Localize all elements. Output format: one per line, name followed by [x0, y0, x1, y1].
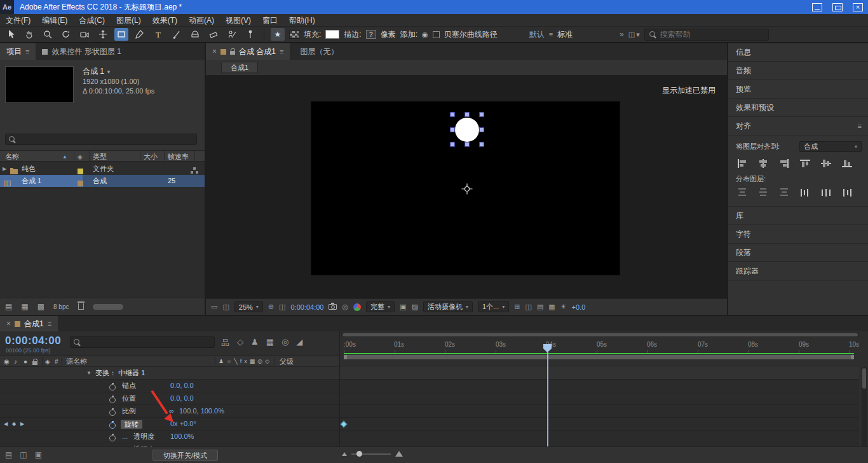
- align-right-icon[interactable]: [776, 158, 791, 169]
- exposure-value[interactable]: +0.0: [572, 303, 586, 311]
- menu-layer[interactable]: 图层(L): [111, 14, 147, 27]
- snapshot-icon[interactable]: [329, 304, 337, 310]
- menu-help[interactable]: 帮助(H): [283, 14, 321, 27]
- composition-viewport[interactable]: 显示加速已禁用: [206, 75, 727, 298]
- hide-shy-icon[interactable]: ♟: [251, 337, 259, 349]
- camera-tool[interactable]: [78, 28, 92, 41]
- track-row[interactable]: [340, 405, 859, 418]
- align-v-center-icon[interactable]: [818, 158, 833, 169]
- distribute-h-center-icon[interactable]: [818, 186, 833, 198]
- distribute-bottom-icon[interactable]: [776, 186, 791, 198]
- current-time-display[interactable]: 0:00:04:00: [5, 335, 61, 347]
- shape-star-icon[interactable]: ★: [271, 28, 285, 41]
- project-row-solids[interactable]: ▶ 纯色 文件夹: [0, 163, 205, 175]
- workspace-standard[interactable]: 标准: [557, 29, 573, 40]
- label-swatch[interactable]: [78, 178, 83, 190]
- property-row-rotation[interactable]: ◀ ◆ ▶ 旋转 0x +0.0°: [0, 418, 339, 431]
- track-row[interactable]: [340, 418, 859, 431]
- new-composition-icon[interactable]: ▩: [37, 302, 44, 311]
- timeline-zoom-control[interactable]: [342, 451, 403, 457]
- bit-depth-label[interactable]: 8 bpc: [53, 303, 69, 310]
- property-row-position[interactable]: 位置 0.0, 0.0: [0, 392, 339, 405]
- align-bottom-icon[interactable]: [839, 158, 854, 169]
- comp-breadcrumb-tab[interactable]: 合成1: [221, 62, 258, 73]
- zoom-slider-thumb[interactable]: [356, 451, 362, 457]
- main-viewer-icon[interactable]: ◫: [222, 303, 229, 311]
- toggle-switches-modes-button[interactable]: 切换开关/模式: [153, 450, 218, 461]
- help-search-field[interactable]: [644, 29, 769, 41]
- align-h-center-icon[interactable]: [756, 158, 770, 169]
- horizontal-scrollbar[interactable]: [93, 304, 123, 310]
- menu-edit[interactable]: 编辑(E): [36, 14, 73, 27]
- menu-window[interactable]: 窗口: [257, 14, 283, 27]
- distribute-left-icon[interactable]: [797, 186, 812, 198]
- menu-view[interactable]: 视图(V): [220, 14, 257, 27]
- selection-handle[interactable]: [450, 112, 455, 117]
- lock-icon[interactable]: [230, 51, 235, 55]
- link-icon[interactable]: ∞: [169, 405, 174, 417]
- resolution-select[interactable]: 完整▾: [366, 301, 395, 312]
- selection-handle[interactable]: [479, 112, 484, 117]
- comp-name-row[interactable]: 合成 1 ▼: [83, 67, 154, 77]
- fill-color-swatch[interactable]: [325, 30, 339, 39]
- hand-tool[interactable]: [22, 28, 36, 41]
- workspace-switcher-icon[interactable]: ◫▾: [628, 31, 640, 39]
- close-button[interactable]: ×: [848, 0, 868, 14]
- expand-layer-switches-icon[interactable]: ▤: [5, 450, 12, 459]
- panel-info[interactable]: 信息: [728, 43, 868, 62]
- stroke-color-swatch[interactable]: ?: [366, 30, 376, 39]
- panel-libraries[interactable]: 库: [728, 207, 868, 225]
- prev-keyframe-icon[interactable]: ◀: [4, 418, 8, 430]
- column-parent[interactable]: 父级: [280, 356, 294, 367]
- project-row-comp1[interactable]: 合成 1 合成 25: [0, 175, 205, 187]
- flowchart-icon[interactable]: ▦: [548, 303, 555, 311]
- frame-blend-icon[interactable]: ▦: [266, 337, 274, 349]
- delete-icon[interactable]: [78, 303, 84, 310]
- workspace-default[interactable]: 默认: [529, 29, 545, 40]
- tab-effect-controls[interactable]: 效果控件 形状图层 1: [36, 43, 127, 60]
- pan-behind-tool[interactable]: [96, 28, 110, 41]
- graph-editor-icon[interactable]: ◢: [296, 337, 302, 349]
- align-left-icon[interactable]: [735, 158, 749, 169]
- eraser-tool[interactable]: [207, 28, 220, 41]
- channel-select-icon[interactable]: [353, 303, 361, 311]
- fast-previews-icon[interactable]: ◫: [525, 303, 531, 311]
- panel-tracker[interactable]: 跟踪器: [728, 262, 868, 280]
- distribute-top-icon[interactable]: [735, 186, 749, 198]
- timeline-nav-icon[interactable]: ▤: [537, 303, 543, 311]
- grid-guides-icon[interactable]: ⊕: [268, 303, 274, 311]
- zoom-in-icon[interactable]: [395, 451, 403, 457]
- track-row[interactable]: [340, 367, 859, 380]
- track-row[interactable]: [340, 392, 859, 405]
- minimize-button[interactable]: [807, 0, 827, 14]
- pixel-aspect-icon[interactable]: ⊞: [514, 303, 520, 311]
- column-source-name[interactable]: 源名称: [66, 356, 87, 367]
- distribute-v-center-icon[interactable]: [756, 186, 770, 198]
- expand-transfer-controls-icon[interactable]: ◫: [20, 450, 27, 459]
- workspace-menu-icon[interactable]: ≡: [549, 31, 553, 38]
- close-tab-icon[interactable]: ×: [6, 319, 11, 328]
- disclosure-icon[interactable]: ▼: [86, 367, 92, 379]
- expand-in-out-icon[interactable]: ▣: [35, 450, 42, 459]
- roto-brush-tool[interactable]: [225, 28, 239, 41]
- menu-animation[interactable]: 动画(A): [183, 14, 220, 27]
- property-row-scale[interactable]: 比例 ∞ 100.0, 100.0%: [0, 405, 339, 418]
- transparency-checkerboard-icon[interactable]: [289, 31, 299, 39]
- type-tool[interactable]: T: [151, 28, 165, 41]
- menu-effect[interactable]: 效果(T): [147, 14, 183, 27]
- mini-flowchart-icon[interactable]: 品: [221, 337, 229, 349]
- close-tab-icon[interactable]: ×: [212, 47, 217, 56]
- distribute-right-icon[interactable]: [839, 186, 854, 198]
- preview-time-display[interactable]: 0:00:04:00: [290, 303, 323, 311]
- clone-stamp-tool[interactable]: [188, 28, 202, 41]
- anchor-point-indicator[interactable]: [461, 183, 473, 197]
- zoom-out-icon[interactable]: [342, 452, 347, 456]
- rectangle-tool[interactable]: [114, 28, 128, 41]
- new-folder-icon[interactable]: ▦: [21, 302, 28, 311]
- always-preview-icon[interactable]: ▭: [211, 303, 217, 311]
- selection-handle[interactable]: [465, 142, 470, 147]
- panel-align[interactable]: 对齐 ≡: [728, 117, 868, 135]
- panel-menu-icon[interactable]: ≡: [25, 48, 29, 55]
- panel-menu-icon[interactable]: ≡: [858, 117, 862, 135]
- selection-tool[interactable]: [4, 28, 18, 41]
